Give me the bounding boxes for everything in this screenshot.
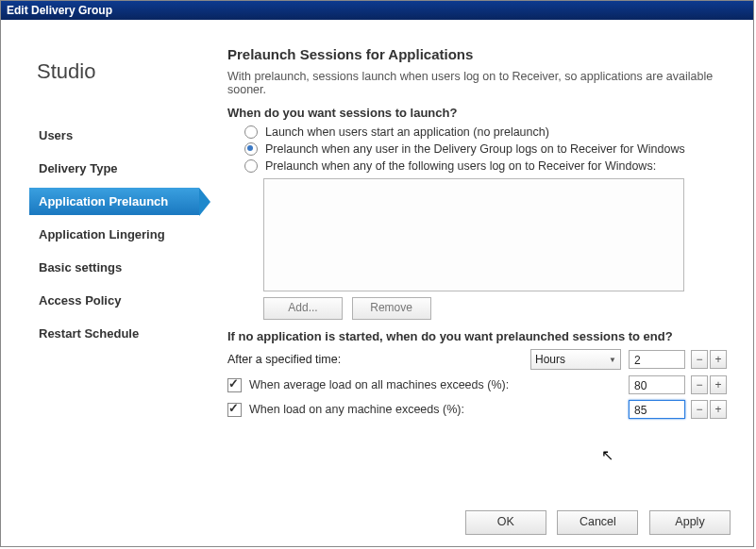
nav-label: Access Policy [39, 293, 121, 308]
nav-label: Restart Schedule [39, 326, 139, 341]
add-button[interactable]: Add... [263, 297, 343, 320]
sidebar: Studio Users Delivery Type Application P… [1, 20, 209, 548]
radio-label: Prelaunch when any of the following user… [265, 159, 656, 173]
nav-label: Users [39, 128, 73, 142]
any-load-input[interactable]: 85 [629, 400, 685, 419]
after-time-label: After a specified time: [227, 353, 530, 366]
any-load-decrement-button[interactable]: − [691, 400, 708, 419]
nav-access-policy[interactable]: Access Policy [29, 287, 199, 314]
window-title: Edit Delivery Group [7, 4, 112, 17]
end-question: If no application is started, when do yo… [227, 329, 727, 343]
any-load-row: When load on any machine exceeds (%): 85… [227, 400, 727, 419]
nav-basic-settings[interactable]: Basic settings [29, 254, 199, 281]
user-list[interactable] [263, 178, 684, 291]
avg-load-label: When average load on all machines exceed… [249, 378, 509, 391]
nav-label: Delivery Type [39, 161, 118, 175]
dropdown-value: Hours [535, 353, 565, 366]
titlebar: Edit Delivery Group [1, 1, 753, 20]
nav-label: Application Lingering [39, 227, 165, 241]
apply-button[interactable]: Apply [649, 510, 731, 535]
radio-icon [244, 159, 258, 173]
radio-any-user[interactable]: Prelaunch when any user in the Delivery … [244, 142, 727, 156]
after-time-row: After a specified time: Hours ▼ 2 − + [227, 349, 727, 370]
avg-load-checkbox[interactable] [227, 378, 242, 392]
nav-app-lingering[interactable]: Application Lingering [29, 221, 199, 248]
main-panel: Prelaunch Sessions for Applications With… [209, 20, 753, 548]
time-increment-button[interactable]: + [710, 350, 727, 369]
avg-load-row: When average load on all machines exceed… [227, 375, 727, 394]
any-load-increment-button[interactable]: + [710, 400, 727, 419]
radio-icon [244, 125, 258, 139]
page-title: Prelaunch Sessions for Applications [227, 46, 727, 62]
radio-label: Prelaunch when any user in the Delivery … [265, 142, 685, 156]
nav-restart-schedule[interactable]: Restart Schedule [29, 320, 199, 347]
list-button-row: Add... Remove [263, 297, 727, 320]
nav-label: Basic settings [39, 260, 122, 274]
radio-label: Launch when users start an application (… [265, 125, 549, 139]
remove-button[interactable]: Remove [352, 297, 431, 320]
avg-load-increment-button[interactable]: + [710, 375, 727, 394]
time-decrement-button[interactable]: − [691, 350, 708, 369]
ok-button[interactable]: OK [465, 510, 546, 535]
nav-label: Application Prelaunch [39, 194, 168, 208]
cursor-icon: ↖ [601, 446, 613, 464]
any-load-label: When load on any machine exceeds (%): [249, 403, 464, 416]
nav-list: Users Delivery Type Application Prelaunc… [29, 122, 199, 347]
time-unit-dropdown[interactable]: Hours ▼ [530, 349, 621, 370]
launch-radio-group: Launch when users start an application (… [244, 125, 727, 173]
nav-users[interactable]: Users [29, 122, 199, 149]
launch-question: When do you want sessions to launch? [227, 106, 727, 120]
chevron-down-icon: ▼ [609, 356, 616, 364]
cancel-button[interactable]: Cancel [557, 510, 638, 535]
dialog-footer: OK Cancel Apply [458, 510, 731, 535]
radio-no-prelaunch[interactable]: Launch when users start an application (… [244, 125, 727, 139]
radio-icon [244, 142, 258, 156]
nav-app-prelaunch[interactable]: Application Prelaunch [29, 188, 199, 215]
nav-delivery-type[interactable]: Delivery Type [29, 155, 199, 182]
avg-load-input[interactable]: 80 [629, 375, 685, 394]
avg-load-decrement-button[interactable]: − [691, 375, 708, 394]
time-value-input[interactable]: 2 [629, 350, 685, 369]
intro-text: With prelaunch, sessions launch when use… [227, 70, 727, 96]
any-load-checkbox[interactable] [227, 403, 242, 417]
radio-specific-users[interactable]: Prelaunch when any of the following user… [244, 159, 727, 173]
dialog-window: Edit Delivery Group Studio Users Deliver… [0, 0, 754, 547]
brand-title: Studio [37, 59, 209, 84]
